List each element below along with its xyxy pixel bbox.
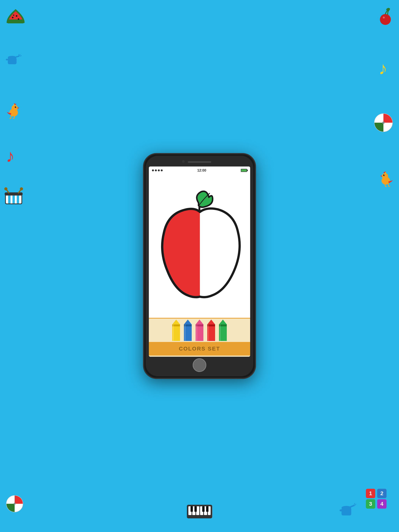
svg-rect-40 — [5, 192, 23, 196]
svg-marker-81 — [219, 320, 227, 324]
red-pencil[interactable] — [206, 320, 217, 342]
pink-pencil[interactable] — [194, 320, 205, 342]
music-note-red-icon: ♪ — [6, 146, 15, 166]
svg-rect-55 — [194, 506, 197, 512]
watering-can-bottom-icon — [339, 501, 356, 520]
yellow-pencil[interactable] — [171, 320, 182, 342]
svg-rect-56 — [202, 506, 205, 512]
svg-marker-77 — [207, 320, 215, 324]
signal-dot-1 — [152, 169, 154, 171]
svg-rect-68 — [173, 324, 174, 341]
pinwheel-right-icon — [374, 113, 393, 133]
numbers-tiles-icon: 1 2 3 4 — [372, 499, 393, 520]
drawing-area[interactable] — [149, 174, 250, 318]
battery-icon — [241, 169, 247, 172]
number-4-tile: 4 — [377, 499, 386, 509]
svg-point-46 — [14, 503, 16, 505]
signal-dot-3 — [158, 169, 160, 171]
svg-line-22 — [14, 116, 15, 118]
svg-rect-72 — [185, 324, 186, 341]
svg-point-44 — [20, 187, 23, 190]
svg-line-12 — [19, 55, 20, 56]
svg-marker-65 — [172, 320, 180, 324]
phone-frame: 12:00 — [143, 153, 256, 379]
drum-left-icon — [4, 187, 23, 206]
svg-line-63 — [355, 504, 356, 505]
phone-inner: 12:00 — [146, 156, 253, 376]
svg-point-61 — [341, 506, 351, 509]
svg-point-15 — [12, 105, 18, 111]
svg-point-2 — [18, 18, 19, 20]
rooster-left-icon — [4, 101, 21, 119]
svg-rect-8 — [6, 59, 9, 60]
number-2-tile: 2 — [377, 489, 386, 498]
music-note-yellow-icon: ♪ — [379, 58, 387, 78]
home-button[interactable] — [193, 358, 206, 372]
number-1-tile: 1 — [366, 489, 375, 498]
svg-point-6 — [383, 17, 385, 19]
blue-pencil[interactable] — [182, 320, 193, 342]
svg-point-24 — [382, 121, 385, 124]
cherry-icon — [376, 8, 393, 25]
svg-point-10 — [8, 56, 16, 59]
svg-line-62 — [354, 503, 355, 505]
svg-rect-84 — [220, 324, 220, 341]
svg-line-13 — [20, 55, 21, 57]
phone-camera — [182, 160, 185, 163]
signal-dot-2 — [155, 169, 157, 171]
watermelon-icon — [6, 8, 25, 25]
svg-point-19 — [16, 107, 16, 107]
svg-line-33 — [385, 185, 386, 187]
rooster-right-icon — [378, 169, 395, 187]
status-bar: 12:00 — [149, 166, 250, 174]
phone-screen: 12:00 — [149, 166, 250, 357]
svg-line-21 — [11, 116, 11, 118]
svg-point-42 — [4, 187, 7, 190]
watering-can-left-icon — [4, 51, 21, 68]
colors-set-label: COLORS SET — [179, 346, 220, 352]
piano-bottom-icon — [187, 505, 212, 520]
svg-point-26 — [382, 173, 388, 179]
svg-rect-54 — [191, 506, 193, 512]
pinwheel-bottom-icon — [6, 495, 23, 513]
svg-rect-80 — [208, 324, 209, 341]
phone-speaker — [188, 161, 211, 163]
svg-point-0 — [12, 17, 13, 18]
svg-point-1 — [16, 15, 17, 17]
pencils-area: COLORS SET — [149, 318, 250, 357]
number-3-tile: 3 — [366, 499, 375, 509]
svg-point-4 — [380, 14, 391, 25]
pencils-container — [149, 319, 250, 342]
signal-dot-4 — [161, 169, 163, 171]
svg-line-32 — [388, 184, 389, 187]
green-pencil[interactable] — [217, 320, 228, 342]
svg-rect-59 — [340, 509, 342, 511]
colors-set-button[interactable]: COLORS SET — [149, 342, 250, 355]
svg-point-3 — [13, 15, 14, 16]
svg-point-30 — [384, 175, 385, 176]
svg-rect-57 — [206, 506, 208, 512]
signal-dots — [152, 169, 163, 171]
svg-line-11 — [19, 54, 19, 56]
svg-marker-69 — [184, 320, 192, 324]
apple-drawing[interactable] — [149, 174, 250, 318]
status-time: 12:00 — [197, 168, 206, 172]
svg-rect-76 — [196, 324, 197, 341]
svg-marker-73 — [196, 320, 203, 324]
